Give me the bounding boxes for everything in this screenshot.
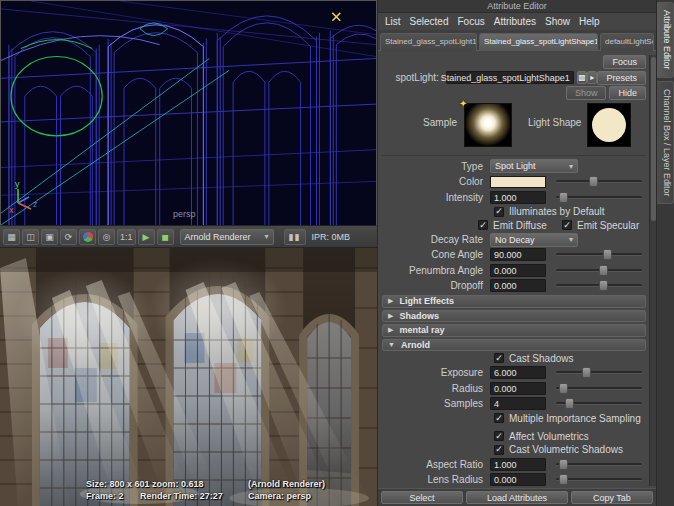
exposure-input[interactable]: 6.000	[490, 366, 546, 379]
perspective-viewport[interactable]: persp y x z	[0, 0, 377, 226]
scrollbar-thumb[interactable]	[651, 57, 656, 221]
aspect-ratio-input[interactable]: 1.000	[490, 458, 546, 471]
dock-tab-attribute-editor[interactable]: Attribute Editor	[657, 2, 674, 78]
section-light-effects[interactable]: ▶ Light Effects	[382, 295, 646, 308]
emit-row: Emit Diffuse Emit Specular	[382, 219, 646, 231]
light-type-dropdown[interactable]: Spot Light	[490, 159, 578, 173]
mis-checkbox[interactable]	[494, 413, 504, 423]
color-slider[interactable]	[556, 180, 642, 183]
decay-rate-dropdown[interactable]: No Decay	[490, 233, 578, 247]
ipr-render-icon[interactable]: ▶	[138, 229, 155, 245]
lens-radius-slider-handle[interactable]	[559, 474, 568, 485]
render-scene-icon[interactable]: ▦	[3, 229, 20, 245]
tab-spotlight-shape1[interactable]: Stained_glass_spotLightShape1	[479, 33, 598, 51]
texture-map-button[interactable]: ▩	[577, 71, 587, 84]
cone-angle-label: Cone Angle	[382, 249, 490, 260]
wireframe-canvas[interactable]	[1, 1, 376, 225]
node-tabs: Stained_glass_spotLight1 Stained_glass_s…	[378, 30, 656, 51]
intensity-input[interactable]: 1.000	[490, 191, 546, 204]
render-view-image[interactable]: Size: 800 x 601 zoom: 0.618 (Arnold Rend…	[0, 248, 377, 506]
show-button[interactable]: Show	[566, 86, 607, 100]
samples-slider-handle[interactable]	[565, 398, 574, 409]
samples-slider[interactable]	[556, 402, 642, 405]
color-slider-handle[interactable]	[589, 176, 598, 187]
hide-button[interactable]: Hide	[609, 86, 646, 100]
attribute-editor-panel: Attribute Editor List Selected Focus Att…	[378, 0, 656, 506]
section-mental-ray[interactable]: ▶ mental ray	[382, 324, 646, 337]
section-arnold[interactable]: ▼ Arnold	[382, 339, 646, 352]
color-label: Color	[382, 176, 490, 187]
chevron-right-icon: ▶	[388, 297, 393, 305]
radius-slider[interactable]	[556, 387, 642, 390]
menu-attributes[interactable]: Attributes	[494, 16, 536, 27]
rgb-channels-icon[interactable]	[79, 229, 96, 245]
lens-radius-slider[interactable]	[556, 478, 642, 481]
color-swatch[interactable]	[490, 176, 546, 188]
tab-spotlight1[interactable]: Stained_glass_spotLight1	[380, 33, 477, 51]
illuminates-checkbox[interactable]	[494, 207, 504, 217]
dropoff-slider-handle[interactable]	[599, 280, 608, 291]
pause-ipr-button[interactable]: ▮▮	[284, 229, 306, 245]
light-shape-swatch[interactable]	[587, 103, 631, 147]
view-axis-gizmo: y x z	[9, 183, 49, 217]
axis-z-label: z	[33, 199, 38, 209]
cone-angle-slider-handle[interactable]	[603, 249, 612, 260]
select-button[interactable]: Select	[381, 491, 463, 504]
render-region-icon[interactable]: ▣	[41, 229, 58, 245]
intensity-label: Intensity	[382, 192, 490, 203]
spotlight-name-input[interactable]: Stained_glass_spotLightShape1	[446, 71, 574, 84]
section-shadows[interactable]: ▶ Shadows	[382, 310, 646, 323]
rgb-dot	[83, 232, 93, 242]
dropoff-slider[interactable]	[556, 284, 642, 287]
render-view-toolbar: ▦ ◫ ▣ ⟳ ◎ 1:1 ▶ ◼ Arnold Renderer ▮▮ IPR…	[0, 226, 377, 248]
refresh-render-icon[interactable]: ⟳	[60, 229, 77, 245]
radius-slider-handle[interactable]	[559, 383, 568, 394]
light-sample-swatch[interactable]: ✦	[464, 103, 512, 147]
intensity-slider-handle[interactable]	[559, 192, 568, 203]
copy-tab-button[interactable]: Copy Tab	[571, 491, 653, 504]
cone-angle-slider[interactable]	[556, 253, 642, 256]
type-row: Type Spot Light	[382, 159, 646, 173]
alpha-channel-icon[interactable]: ◎	[98, 229, 115, 245]
affect-volumetrics-checkbox[interactable]	[494, 431, 504, 441]
load-attributes-button[interactable]: Load Attributes	[466, 491, 568, 504]
penumbra-angle-slider-handle[interactable]	[599, 265, 608, 276]
renderer-dropdown[interactable]: Arnold Renderer	[180, 229, 274, 245]
exposure-slider-handle[interactable]	[582, 367, 591, 378]
snapshot-icon[interactable]: ◫	[22, 229, 39, 245]
penumbra-angle-label: Penumbra Angle	[382, 265, 490, 276]
menu-list[interactable]: List	[385, 16, 401, 27]
menu-focus[interactable]: Focus	[457, 16, 484, 27]
attribute-editor-scrollbar[interactable]	[649, 55, 656, 486]
penumbra-angle-input[interactable]: 0.000	[490, 264, 546, 277]
aspect-ratio-slider[interactable]	[556, 463, 642, 466]
lens-radius-input[interactable]: 0.000	[490, 473, 546, 486]
radius-input[interactable]: 0.000	[490, 382, 546, 395]
samples-input[interactable]: 4	[490, 397, 546, 410]
intensity-row: Intensity 1.000	[382, 190, 646, 204]
menu-selected[interactable]: Selected	[410, 16, 449, 27]
cone-angle-input[interactable]: 90.000	[490, 248, 546, 261]
emit-specular-checkbox[interactable]	[562, 220, 572, 230]
dropoff-input[interactable]: 0.000	[490, 279, 546, 292]
one-to-one-ratio-button[interactable]: 1:1	[117, 229, 136, 245]
penumbra-angle-slider[interactable]	[556, 269, 642, 272]
light-shape-label: Light Shape	[528, 117, 581, 128]
dock-tab-channel-box[interactable]: Channel Box / Layer Editor	[657, 81, 674, 205]
intensity-slider[interactable]	[556, 196, 642, 199]
tab-default-light-set[interactable]: defaultLightSet	[600, 33, 654, 51]
aspect-ratio-slider-handle[interactable]	[559, 459, 568, 470]
menu-help[interactable]: Help	[579, 16, 600, 27]
focus-button[interactable]: Focus	[603, 55, 646, 69]
cast-volumetric-shadows-checkbox[interactable]	[494, 445, 504, 455]
expand-button[interactable]: ▸	[587, 71, 597, 84]
divider	[382, 155, 646, 156]
attribute-editor-body: Focus spotLight: Stained_glass_spotLight…	[378, 51, 656, 488]
menu-show[interactable]: Show	[545, 16, 570, 27]
emit-diffuse-checkbox[interactable]	[478, 220, 488, 230]
exposure-slider[interactable]	[556, 371, 642, 374]
cast-shadows-checkbox[interactable]	[494, 353, 504, 363]
ipr-region-icon[interactable]: ◼	[157, 229, 174, 245]
focus-row: Focus	[382, 55, 646, 69]
presets-button[interactable]: Presets	[597, 71, 646, 85]
